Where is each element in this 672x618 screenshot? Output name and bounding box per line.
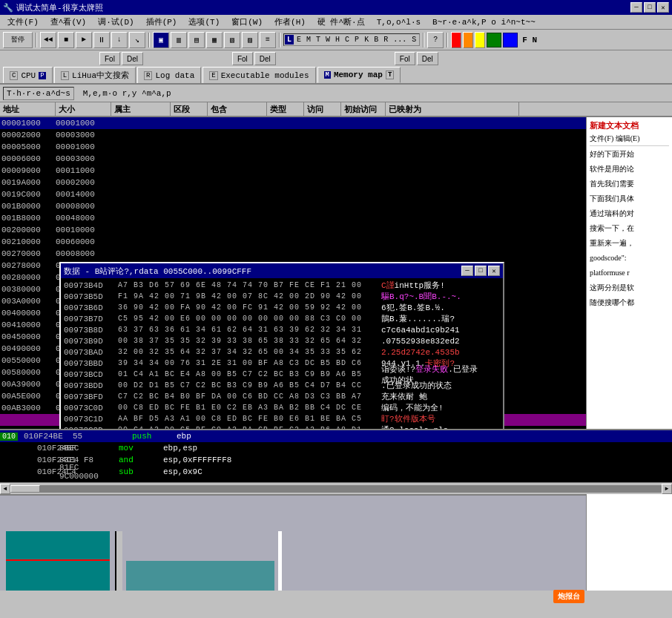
title-bar-controls: ─ □ ✕ bbox=[630, 2, 669, 13]
fol-btn-2[interactable]: Fol bbox=[232, 52, 253, 65]
maximize-button[interactable]: □ bbox=[644, 2, 656, 13]
letter-K[interactable]: K bbox=[362, 35, 371, 45]
menu-window[interactable]: 窗口(W) bbox=[227, 15, 267, 29]
toolbar-btn-step[interactable]: ↓ bbox=[111, 32, 128, 48]
mem-row-12[interactable]: 00270000 00008000 bbox=[0, 248, 586, 260]
mem-row-3[interactable]: 00005000 00001000 bbox=[0, 141, 586, 153]
del-btn-2[interactable]: Del bbox=[254, 52, 276, 65]
hex-maximize[interactable]: □ bbox=[475, 266, 487, 276]
hex-row-2[interactable]: 00973B5D F1 9A 42 00 71 9B 42 00 07 8C 4… bbox=[62, 291, 501, 302]
letter-S[interactable]: S bbox=[409, 35, 418, 45]
toolbar-btn-r1[interactable] bbox=[451, 32, 461, 48]
close-button[interactable]: ✕ bbox=[657, 2, 669, 13]
scroll-right-btn[interactable]: ► bbox=[662, 484, 672, 494]
toolbar-btn-c[interactable]: ▤ bbox=[188, 32, 205, 48]
toolbar-btn-run[interactable]: ► bbox=[76, 32, 92, 48]
letter-T[interactable]: T bbox=[314, 35, 323, 45]
toolbar-btn-f[interactable]: ▨ bbox=[242, 32, 258, 48]
toolbar-btn-a[interactable]: ▣ bbox=[153, 32, 169, 48]
mem-row-9[interactable]: 001B8000 00048000 bbox=[0, 212, 586, 224]
mem-row-5[interactable]: 00009000 00011000 bbox=[0, 165, 586, 177]
toolbar-btn-pause2[interactable]: ⏸ bbox=[93, 32, 110, 48]
tab-cpu[interactable]: C CPU P bbox=[3, 67, 53, 83]
menu-tools[interactable]: T,o,o^l·s bbox=[372, 16, 425, 28]
hex-row-7[interactable]: 00973BAD 32 00 32 35 64 32 37 34 32 65 0… bbox=[62, 346, 501, 358]
disassembly-area[interactable]: 010 010F24BE 55 push ebp 010F24BF 8BEC m… bbox=[0, 429, 672, 482]
toolbar-btn-e[interactable]: ▧ bbox=[224, 32, 240, 48]
tab-memmap[interactable]: M Memory map T bbox=[317, 67, 401, 83]
menu-options[interactable]: 选项(T) bbox=[184, 15, 224, 29]
menu-hwbp[interactable]: 硬 件^断·点 bbox=[313, 15, 369, 29]
menu-plugins[interactable]: 插件(P) bbox=[142, 15, 182, 29]
toolbar-btn-g2[interactable] bbox=[487, 33, 501, 47]
hex-row-5[interactable]: 00973B8D 63 37 63 36 61 34 61 62 64 31 6… bbox=[62, 324, 501, 335]
disasm-row-4[interactable]: 010F24C4 81EC 9C000000 sub esp,0x9C bbox=[0, 466, 672, 478]
minimize-button[interactable]: ─ bbox=[630, 2, 642, 13]
menu-file[interactable]: 文件(F) bbox=[3, 15, 43, 29]
disasm-row-2[interactable]: 010F24BF 8BEC mov ebp,esp bbox=[0, 442, 672, 454]
letter-B[interactable]: B bbox=[372, 35, 381, 45]
letter-R[interactable]: R bbox=[381, 35, 390, 45]
hex-row-9[interactable]: 00973BCD 01 C4 A1 BC E4 A8 00 B5 C7 C2 B… bbox=[62, 369, 501, 380]
tab-exmod[interactable]: E Executable modules bbox=[202, 67, 315, 83]
mem-row-8[interactable]: 001B0000 00008000 bbox=[0, 200, 586, 212]
menu-debug[interactable]: 调·试(D) bbox=[93, 15, 138, 29]
toolbar-btn-r3[interactable] bbox=[475, 32, 485, 48]
toolbar-btn-r2[interactable] bbox=[463, 32, 473, 48]
mem-row-7[interactable]: 0019C000 00014000 bbox=[0, 188, 586, 200]
letter-L[interactable]: L bbox=[285, 35, 294, 45]
letter-toolbar: L E M T W H C P K B R ... S bbox=[283, 33, 420, 46]
pause-button[interactable]: 暂停 bbox=[3, 32, 33, 48]
letter-C[interactable]: C bbox=[343, 35, 352, 45]
scroll-thumb[interactable] bbox=[10, 485, 40, 493]
tab-logdata[interactable]: R Log data bbox=[137, 67, 201, 83]
toolbar-btn-d[interactable]: ▦ bbox=[206, 32, 223, 48]
mem-row-6[interactable]: 0019A000 00002000 bbox=[0, 177, 586, 188]
horizontal-scrollbar[interactable]: ◄ ► bbox=[0, 482, 672, 494]
hex-row-10[interactable]: 00973BDD 00 D2 D1 B5 C7 C2 BC B3 C9 B9 A… bbox=[62, 380, 501, 391]
hex-row-13[interactable]: 00973C1D AA BF D5 A3 A1 00 C8 ED BC FE B… bbox=[62, 413, 501, 424]
toolbar-btn-b2[interactable] bbox=[503, 33, 518, 47]
letter-E[interactable]: E bbox=[294, 35, 303, 45]
hex-row-6[interactable]: 00973B9D 00 38 37 35 35 32 39 33 38 65 3… bbox=[62, 335, 501, 346]
tab-lihua[interactable]: L LiHua中文搜索 bbox=[54, 67, 136, 83]
disasm-row-1[interactable]: 010 010F24BE 55 push ebp bbox=[0, 430, 672, 442]
mem-row-2[interactable]: 00002000 00003000 bbox=[0, 129, 586, 141]
toolbar-btn-stop[interactable]: ■ bbox=[58, 32, 74, 48]
fol-btn-1[interactable]: Fol bbox=[99, 52, 120, 65]
hex-row-11[interactable]: 00973BFD C7 C2 BC B4 B0 BF DA 00 C6 BD C… bbox=[62, 391, 501, 402]
menu-breakpoints[interactable]: B~r·e·a^k,P o i^n~t~~ bbox=[428, 16, 540, 28]
hex-row-14[interactable]: 00973C2D 00 C4 A3 D0 C5 BF C0 A3 BA CB B… bbox=[62, 424, 501, 429]
fol-btn-3[interactable]: Fol bbox=[395, 52, 415, 65]
col-contains: 包含 bbox=[208, 102, 267, 116]
letter-H[interactable]: H bbox=[333, 35, 342, 45]
mem-row-10[interactable]: 00200000 00010000 bbox=[0, 224, 586, 236]
fol-del-group3: Fol Del bbox=[395, 52, 438, 65]
hex-close[interactable]: ✕ bbox=[488, 266, 500, 276]
menu-view[interactable]: 查^看(V) bbox=[46, 15, 90, 29]
hex-minimize[interactable]: ─ bbox=[461, 266, 473, 276]
mem-row-1[interactable]: 00001000 00001000 bbox=[0, 117, 586, 129]
blog-line11: 随便搜哪个都 bbox=[590, 298, 669, 308]
hex-dialog-content[interactable]: 00973B4D A7 B3 D6 57 69 6E 48 74 74 70 B… bbox=[61, 278, 503, 429]
toolbar-btn-step2[interactable]: ↘ bbox=[129, 32, 145, 48]
toolbar-btn-g[interactable]: ≡ bbox=[260, 32, 276, 48]
hex-row-12[interactable]: 00973C0D 00 C8 ED BC FE B1 E0 C2 EB A3 B… bbox=[62, 402, 501, 413]
scroll-track[interactable] bbox=[10, 485, 662, 493]
del-btn-1[interactable]: Del bbox=[122, 52, 143, 65]
toolbar-btn-q[interactable]: ? bbox=[427, 32, 444, 48]
toolbar-btn-restart[interactable]: ◄◄ bbox=[40, 32, 56, 48]
hex-row-3[interactable]: 00973B6D 36 90 42 00 FA 90 42 00 FC 91 4… bbox=[62, 302, 501, 313]
scroll-left-btn[interactable]: ◄ bbox=[0, 484, 10, 494]
hex-row-1[interactable]: 00973B4D A7 B3 D6 57 69 6E 48 74 74 70 B… bbox=[62, 280, 501, 291]
letter-M[interactable]: M bbox=[304, 35, 313, 45]
del-btn-3[interactable]: Del bbox=[417, 52, 438, 65]
toolbar-btn-b[interactable]: ▥ bbox=[171, 32, 187, 48]
mem-row-4[interactable]: 00006000 00003000 bbox=[0, 153, 586, 165]
mem-row-11[interactable]: 00210000 00060000 bbox=[0, 236, 586, 248]
hex-row-4[interactable]: 00973B7D C5 95 42 00 E6 00 00 00 00 00 0… bbox=[62, 313, 501, 324]
menu-author[interactable]: 作者(H) bbox=[270, 15, 310, 29]
letter-P[interactable]: P bbox=[352, 35, 361, 45]
letter-W[interactable]: W bbox=[323, 35, 332, 45]
memory-map-panel[interactable]: 00001000 00001000 00002000 00003000 0000… bbox=[0, 117, 586, 429]
